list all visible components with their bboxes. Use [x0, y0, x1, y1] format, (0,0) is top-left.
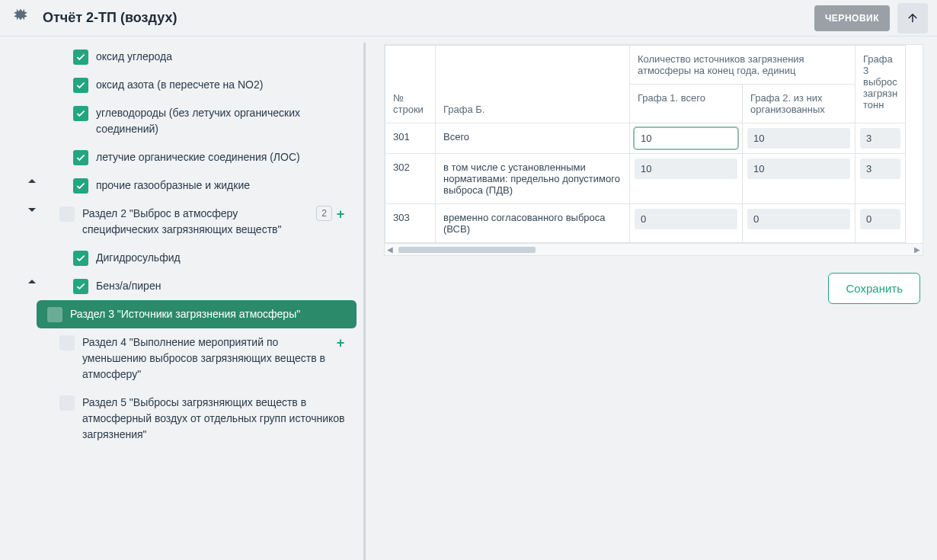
col-header-g1: Графа 1. всего: [630, 85, 743, 123]
cell-g1: [630, 154, 743, 204]
checkbox-icon[interactable]: [59, 395, 75, 411]
count-badge: 2: [316, 206, 332, 221]
checkbox-icon[interactable]: [73, 106, 88, 121]
cell-g2: [743, 154, 855, 204]
cell-b: Всего: [436, 123, 630, 154]
eagle-logo-icon: [9, 7, 32, 30]
tree-item[interactable]: Раздел 3 "Источники загрязнения атмосфер…: [37, 300, 357, 328]
input-g1[interactable]: [635, 128, 737, 149]
col-header-g3: Графа 3 выброс загрязн тонн: [855, 46, 906, 123]
tree-item-label: Бенз/а/пирен: [96, 278, 349, 294]
tree-item-label: Раздел 2 "Выброс в атмосферу специфическ…: [82, 206, 310, 238]
cell-num: 303: [385, 204, 436, 243]
tree-item[interactable]: летучие органические соединения (ЛОС): [21, 143, 357, 171]
col-header-num: № строки: [385, 46, 436, 123]
table-row: 301 Всего: [385, 123, 906, 154]
cell-g3: [855, 204, 906, 243]
save-button[interactable]: Сохранить: [828, 273, 920, 304]
checkbox-icon[interactable]: [73, 78, 88, 93]
cell-b: в том числе с установленными нормативами…: [436, 154, 630, 204]
tree-item[interactable]: Раздел 5 "Выбросы загрязняющих веществ в…: [21, 389, 357, 449]
cell-b: временно согласованного выброса (ВСВ): [436, 204, 630, 243]
tree-item-label: оксид углерода: [96, 49, 349, 65]
cell-num: 302: [385, 154, 436, 204]
checkbox-icon[interactable]: [73, 178, 88, 194]
caret-up-icon[interactable]: [21, 278, 43, 286]
checkbox-icon[interactable]: [73, 50, 88, 65]
main-content: № строки Графа Б. Количество источников …: [366, 37, 937, 560]
col-header-group: Количество источников загрязнения атмосф…: [630, 46, 855, 85]
scroll-top-button[interactable]: [897, 3, 928, 34]
checkbox-icon[interactable]: [47, 307, 62, 322]
input-g3[interactable]: [860, 209, 900, 229]
cell-g3: [855, 123, 906, 154]
input-g3[interactable]: [860, 128, 900, 149]
page-title: Отчёт 2-ТП (воздух): [43, 10, 814, 26]
cell-g1: [630, 204, 743, 243]
tree-item[interactable]: прочие газообразные и жидкие: [21, 171, 357, 200]
checkbox-icon[interactable]: [73, 279, 88, 294]
tree-item-label: Раздел 3 "Источники загрязнения атмосфер…: [70, 306, 349, 322]
checkbox-icon[interactable]: [59, 335, 75, 350]
tree-item-label: Дигидросульфид: [96, 250, 349, 266]
input-g2[interactable]: [747, 209, 850, 229]
cell-g1: [630, 123, 743, 154]
tree-item[interactable]: Дигидросульфид: [21, 244, 357, 272]
checkbox-icon[interactable]: [73, 251, 88, 266]
cell-num: 301: [385, 123, 436, 154]
table-row: 303 временно согласованного выброса (ВСВ…: [385, 204, 906, 243]
checkbox-icon[interactable]: [73, 150, 88, 165]
col-header-g2: Графа 2. из них организованных: [743, 85, 855, 123]
tree-item[interactable]: Раздел 2 "Выброс в атмосферу специфическ…: [21, 200, 357, 244]
sections-tree: оксид углеродаоксид азота (в пересчете н…: [0, 37, 366, 560]
input-g1[interactable]: [635, 209, 737, 229]
col-header-b: Графа Б.: [436, 46, 630, 123]
tree-item-label: оксид азота (в пересчете на NO2): [96, 77, 349, 93]
scroll-right-icon[interactable]: ▶: [912, 245, 923, 254]
tree-item[interactable]: углеводороды (без летучих органических с…: [21, 99, 357, 143]
tree-item-label: Раздел 4 "Выполнение мероприятий по умен…: [82, 334, 332, 382]
tree-item-label: Раздел 5 "Выбросы загрязняющих веществ в…: [82, 395, 349, 443]
app-header: Отчёт 2-ТП (воздух) ЧЕРНОВИК: [0, 0, 937, 37]
cell-g3: [855, 154, 906, 204]
caret-up-icon[interactable]: [21, 178, 43, 185]
horizontal-scrollbar[interactable]: ◀ ▶: [385, 243, 923, 255]
tree-item-label: прочие газообразные и жидкие: [96, 178, 349, 194]
checkbox-icon[interactable]: [59, 206, 75, 222]
caret-down-icon[interactable]: [21, 206, 43, 213]
tree-item[interactable]: оксид азота (в пересчете на NO2): [21, 71, 357, 99]
table-row: 302 в том числе с установленными нормати…: [385, 154, 906, 204]
tree-item-label: углеводороды (без летучих органических с…: [96, 105, 349, 137]
data-table: № строки Графа Б. Количество источников …: [384, 44, 923, 256]
scroll-left-icon[interactable]: ◀: [385, 245, 395, 254]
scrollbar-thumb[interactable]: [398, 247, 536, 253]
input-g2[interactable]: [747, 158, 850, 179]
add-button[interactable]: +: [332, 206, 349, 222]
tree-item[interactable]: Раздел 4 "Выполнение мероприятий по умен…: [21, 328, 357, 389]
tree-item[interactable]: Бенз/а/пирен: [21, 272, 357, 300]
draft-badge[interactable]: ЧЕРНОВИК: [814, 5, 890, 31]
input-g2[interactable]: [747, 128, 850, 149]
cell-g2: [743, 204, 855, 243]
input-g3[interactable]: [860, 158, 900, 179]
cell-g2: [743, 123, 855, 154]
input-g1[interactable]: [635, 158, 737, 179]
tree-item[interactable]: оксид углерода: [21, 43, 357, 71]
tree-item-label: летучие органические соединения (ЛОС): [96, 149, 349, 165]
add-button[interactable]: +: [332, 334, 349, 351]
